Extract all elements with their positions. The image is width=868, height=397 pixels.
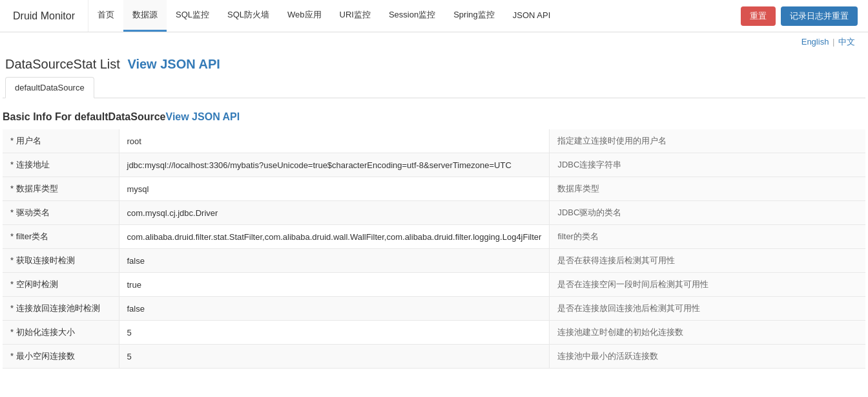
table-cell-value: false — [119, 297, 550, 321]
table-cell-desc: 连接池中最小的活跃连接数 — [550, 345, 865, 369]
nav-item-web-app[interactable]: Web应用 — [278, 0, 331, 32]
nav-item-datasource[interactable]: 数据源 — [123, 0, 167, 32]
page-title-static: DataSourceStat List — [5, 57, 120, 71]
table-row: * 初始化连接大小5连接池建立时创建的初始化连接数 — [3, 321, 865, 345]
table-row: * filter类名com.alibaba.druid.filter.stat.… — [3, 225, 865, 249]
nav-item-spring-monitor[interactable]: Spring监控 — [444, 0, 504, 32]
log-reset-button[interactable]: 记录日志并重置 — [781, 6, 858, 26]
lang-switcher: English | 中文 — [0, 32, 868, 49]
table-cell-value: com.mysql.cj.jdbc.Driver — [119, 201, 550, 225]
table-cell-desc: 指定建立连接时使用的用户名 — [550, 129, 865, 153]
table-cell-field: * filter类名 — [3, 225, 119, 249]
table-cell-field: * 用户名 — [3, 129, 119, 153]
nav-item-sql-monitor[interactable]: SQL监控 — [167, 0, 218, 32]
table-cell-field: * 初始化连接大小 — [3, 321, 119, 345]
table-row: * 数据库类型mysql数据库类型 — [3, 177, 865, 201]
nav-item-json-api[interactable]: JSON API — [504, 0, 560, 32]
chinese-link[interactable]: 中文 — [838, 37, 855, 47]
english-link[interactable]: English — [801, 37, 829, 47]
table-cell-value: false — [119, 249, 550, 273]
table-cell-value: 5 — [119, 321, 550, 345]
table-cell-desc: filter的类名 — [550, 225, 865, 249]
content: DataSourceStat List View JSON API defaul… — [0, 49, 868, 369]
page-title-link[interactable]: View JSON API — [127, 57, 220, 71]
table-row: * 空闲时检测true是否在连接空闲一段时间后检测其可用性 — [3, 273, 865, 297]
table-cell-desc: JDBC驱动的类名 — [550, 201, 865, 225]
navbar: Druid Monitor 首页 数据源 SQL监控 SQL防火墙 Web应用 … — [0, 0, 868, 32]
section-title-link[interactable]: View JSON API — [166, 111, 240, 122]
nav-item-uri-monitor[interactable]: URI监控 — [331, 0, 380, 32]
table-cell-desc: 数据库类型 — [550, 177, 865, 201]
table-cell-value: mysql — [119, 177, 550, 201]
tab-bar: defaultDataSource — [3, 77, 865, 98]
table-cell-field: * 连接地址 — [3, 153, 119, 177]
page-title: DataSourceStat List View JSON API — [3, 49, 865, 77]
table-cell-value: jdbc:mysql://localhost:3306/mybatis?useU… — [119, 153, 550, 177]
table-cell-field: * 数据库类型 — [3, 177, 119, 201]
table-row: * 最小空闲连接数5连接池中最小的活跃连接数 — [3, 345, 865, 369]
tab-defaultdatasource[interactable]: defaultDataSource — [5, 77, 94, 98]
table-cell-value: 5 — [119, 345, 550, 369]
table-cell-desc: 是否在连接放回连接池后检测其可用性 — [550, 297, 865, 321]
table-row: * 驱动类名com.mysql.cj.jdbc.DriverJDBC驱动的类名 — [3, 201, 865, 225]
nav-item-session-monitor[interactable]: Session监控 — [380, 0, 444, 32]
table-cell-desc: JDBC连接字符串 — [550, 153, 865, 177]
reset-button[interactable]: 重置 — [741, 6, 776, 26]
nav-buttons: 重置 记录日志并重置 — [730, 6, 868, 26]
lang-divider: | — [832, 37, 834, 47]
section-title-static: Basic Info For defaultDataSource — [3, 111, 166, 122]
table-row: * 获取连接时检测false是否在获得连接后检测其可用性 — [3, 249, 865, 273]
table-row: * 连接地址jdbc:mysql://localhost:3306/mybati… — [3, 153, 865, 177]
table-cell-desc: 是否在连接空闲一段时间后检测其可用性 — [550, 273, 865, 297]
table-cell-field: * 最小空闲连接数 — [3, 345, 119, 369]
section-title: Basic Info For defaultDataSourceView JSO… — [3, 109, 865, 129]
table-cell-field: * 驱动类名 — [3, 201, 119, 225]
table-row: * 连接放回连接池时检测false是否在连接放回连接池后检测其可用性 — [3, 297, 865, 321]
nav-item-home[interactable]: 首页 — [88, 0, 123, 32]
table-row: * 用户名root指定建立连接时使用的用户名 — [3, 129, 865, 153]
table-cell-field: * 空闲时检测 — [3, 273, 119, 297]
table-cell-field: * 连接放回连接池时检测 — [3, 297, 119, 321]
table-cell-value: root — [119, 129, 550, 153]
table-cell-value: true — [119, 273, 550, 297]
nav-items: 首页 数据源 SQL监控 SQL防火墙 Web应用 URI监控 Session监… — [88, 0, 730, 32]
nav-item-sql-firewall[interactable]: SQL防火墙 — [218, 0, 278, 32]
info-table: * 用户名root指定建立连接时使用的用户名* 连接地址jdbc:mysql:/… — [3, 129, 865, 369]
table-cell-desc: 连接池建立时创建的初始化连接数 — [550, 321, 865, 345]
table-cell-value: com.alibaba.druid.filter.stat.StatFilter… — [119, 225, 550, 249]
table-cell-field: * 获取连接时检测 — [3, 249, 119, 273]
brand: Druid Monitor — [0, 0, 88, 32]
table-cell-desc: 是否在获得连接后检测其可用性 — [550, 249, 865, 273]
